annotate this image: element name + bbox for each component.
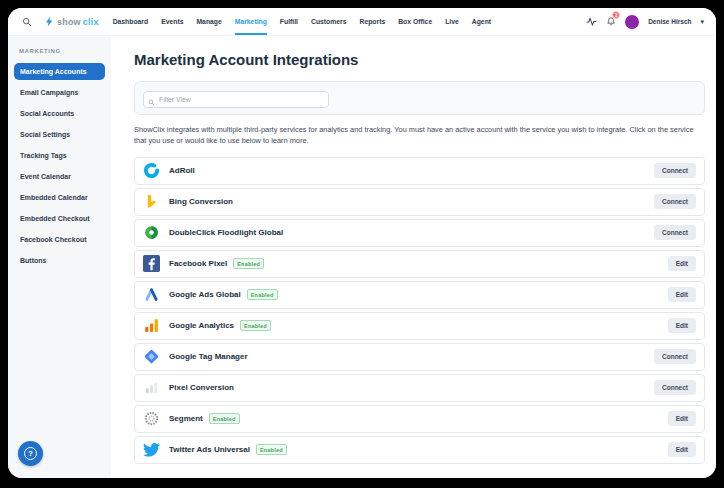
main-content: Marketing Account Integrations ShowClix … (111, 36, 716, 478)
integration-row-doubleclick-floodlight-global[interactable]: DoubleClick Floodlight Global Connect (134, 219, 705, 247)
integration-name: DoubleClick Floodlight Global (169, 228, 283, 237)
nav-item-label: Dashboard (113, 18, 149, 25)
sidebar-item-email-campaigns[interactable]: Email Campaigns (14, 84, 105, 101)
sidebar-item-event-calendar[interactable]: Event Calendar (14, 168, 105, 185)
nav-item-dashboard[interactable]: Dashboard (113, 8, 149, 35)
sidebar-item-embedded-checkout[interactable]: Embedded Checkout (14, 210, 105, 227)
sidebar-item-social-settings[interactable]: Social Settings (14, 126, 105, 143)
nav-item-manage[interactable]: Manage (196, 8, 221, 35)
sidebar-item-embedded-calendar[interactable]: Embedded Calendar (14, 189, 105, 206)
nav-item-label: Events (161, 18, 183, 25)
sidebar-item-facebook-checkout[interactable]: Facebook Checkout (14, 231, 105, 248)
sidebar-item-tracking-tags[interactable]: Tracking Tags (14, 147, 105, 164)
integration-row-segment[interactable]: Segment Enabled Edit (134, 405, 705, 433)
sidebar-item-buttons[interactable]: Buttons (14, 252, 105, 269)
integration-name: Google Tag Manager (169, 352, 248, 361)
doubleclick-icon (143, 224, 160, 241)
status-badge: Enabled (240, 320, 271, 331)
nav-item-box-office[interactable]: Box Office (398, 8, 432, 35)
edit-button[interactable]: Edit (668, 318, 696, 333)
filter-search-icon (148, 92, 155, 110)
google-tag-manager-icon (143, 348, 160, 365)
status-badge: Enabled (247, 289, 278, 300)
connect-button[interactable]: Connect (654, 349, 696, 364)
sidebar: MARKETING Marketing AccountsEmail Campai… (8, 36, 111, 478)
notifications-bell-icon[interactable]: 3 (606, 16, 616, 27)
topbar-right: 3 Denise Hirsch ▾ (586, 15, 704, 29)
activity-icon[interactable] (586, 16, 597, 27)
chevron-down-icon[interactable]: ▾ (700, 18, 704, 26)
integration-row-facebook-pixel[interactable]: Facebook Pixel Enabled Edit (134, 250, 705, 278)
notification-badge: 3 (612, 11, 620, 19)
help-button[interactable]: ? (18, 441, 43, 466)
nav-item-fulfill[interactable]: Fulfill (280, 8, 298, 35)
filter-box (143, 88, 329, 108)
sidebar-item-social-accounts[interactable]: Social Accounts (14, 105, 105, 122)
primary-nav: DashboardEventsManageMarketingFulfillCus… (113, 8, 491, 35)
nav-item-label: Customers (311, 18, 347, 25)
filter-input[interactable] (143, 91, 329, 108)
status-badge: Enabled (256, 444, 287, 455)
edit-button[interactable]: Edit (668, 411, 696, 426)
topbar: showclix DashboardEventsManageMarketingF… (8, 8, 716, 36)
integration-row-adroll[interactable]: AdRoll Connect (134, 157, 705, 185)
segment-icon (143, 410, 160, 427)
nav-item-label: Marketing (235, 18, 267, 25)
integration-row-bing-conversion[interactable]: Bing Conversion Connect (134, 188, 705, 216)
adroll-icon (143, 162, 160, 179)
nav-item-label: Agent (472, 18, 491, 25)
question-mark-icon: ? (24, 447, 37, 460)
integration-name: Google Analytics (169, 321, 234, 330)
nav-item-marketing[interactable]: Marketing (235, 8, 267, 35)
integration-row-pixel-conversion[interactable]: Pixel Conversion Connect (134, 374, 705, 402)
filter-panel (134, 81, 705, 115)
logo-text-show: show (57, 17, 81, 27)
edit-button[interactable]: Edit (668, 256, 696, 271)
nav-item-customers[interactable]: Customers (311, 8, 347, 35)
logo-text-clix: clix (83, 17, 99, 27)
integration-row-google-analytics[interactable]: Google Analytics Enabled Edit (134, 312, 705, 340)
facebook-icon (143, 255, 160, 272)
status-badge: Enabled (233, 258, 264, 269)
pixel-conversion-icon (143, 379, 160, 396)
page-title: Marketing Account Integrations (134, 51, 705, 68)
integration-name: Twitter Ads Universal (169, 445, 250, 454)
integration-name: Facebook Pixel (169, 259, 227, 268)
edit-button[interactable]: Edit (668, 287, 696, 302)
nav-item-label: Manage (196, 18, 221, 25)
edit-button[interactable]: Edit (668, 442, 696, 457)
avatar[interactable] (625, 15, 639, 29)
integration-row-twitter-ads-universal[interactable]: Twitter Ads Universal Enabled Edit (134, 436, 705, 464)
google-ads-icon (143, 286, 160, 303)
connect-button[interactable]: Connect (654, 380, 696, 395)
integration-name: Pixel Conversion (169, 383, 234, 392)
nav-item-live[interactable]: Live (445, 8, 459, 35)
nav-item-label: Box Office (398, 18, 432, 25)
app-body: MARKETING Marketing AccountsEmail Campai… (8, 36, 716, 478)
integration-row-google-ads-global[interactable]: Google Ads Global Enabled Edit (134, 281, 705, 309)
logo-bolt-icon (44, 16, 55, 27)
integration-row-google-tag-manager[interactable]: Google Tag Manager Connect (134, 343, 705, 371)
connect-button[interactable]: Connect (654, 163, 696, 178)
search-icon[interactable] (22, 17, 32, 27)
nav-item-label: Fulfill (280, 18, 298, 25)
sidebar-item-marketing-accounts[interactable]: Marketing Accounts (14, 63, 105, 80)
integration-list: AdRoll Connect Bing Conversion Connect D… (134, 157, 705, 464)
page-description: ShowClix integrates with multiple third-… (134, 124, 705, 147)
google-analytics-icon (143, 317, 160, 334)
nav-item-reports[interactable]: Reports (360, 8, 386, 35)
nav-item-label: Reports (360, 18, 386, 25)
user-name[interactable]: Denise Hirsch (648, 18, 691, 25)
app-window: showclix DashboardEventsManageMarketingF… (8, 8, 716, 478)
integration-name: Bing Conversion (169, 197, 233, 206)
integration-name: AdRoll (169, 166, 195, 175)
nav-item-events[interactable]: Events (161, 8, 183, 35)
connect-button[interactable]: Connect (654, 194, 696, 209)
twitter-icon (143, 441, 160, 458)
connect-button[interactable]: Connect (654, 225, 696, 240)
nav-item-agent[interactable]: Agent (472, 8, 491, 35)
sidebar-items: Marketing AccountsEmail CampaignsSocial … (14, 63, 105, 269)
showclix-logo[interactable]: showclix (44, 16, 99, 27)
integration-name: Google Ads Global (169, 290, 241, 299)
bing-icon (143, 193, 160, 210)
